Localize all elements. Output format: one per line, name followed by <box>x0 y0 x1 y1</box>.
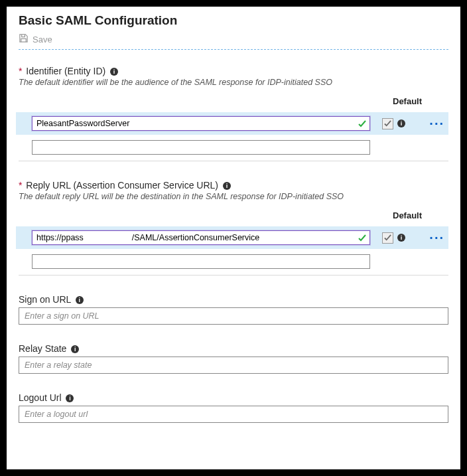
reply-url-label: * Reply URL (Assertion Consumer Service … <box>19 180 448 191</box>
identifier-input-empty[interactable] <box>32 140 370 155</box>
row-more-menu[interactable]: ··· <box>429 120 444 127</box>
separator <box>19 161 448 161</box>
valid-check-icon <box>358 119 366 127</box>
relay-state-input[interactable] <box>19 357 448 374</box>
identifier-section: * Identifier (Entity ID) i The default i… <box>19 66 448 161</box>
identifier-row: i ··· <box>16 112 448 135</box>
identifier-row <box>19 138 448 157</box>
logout-url-label: Logout Url i <box>19 392 448 403</box>
reply-url-input-empty[interactable] <box>32 254 370 269</box>
reply-url-description: The default reply URL will be the destin… <box>19 192 448 201</box>
default-checkbox[interactable] <box>382 232 393 244</box>
required-marker: * <box>19 66 22 76</box>
default-column-header: Default <box>19 96 448 110</box>
relay-state-section: Relay State i <box>19 343 448 374</box>
logout-url-section: Logout Url i <box>19 392 448 423</box>
info-icon[interactable]: i <box>110 68 118 76</box>
reply-url-section: * Reply URL (Assertion Consumer Service … <box>19 180 448 276</box>
logout-url-input[interactable] <box>19 406 448 423</box>
reply-url-input[interactable] <box>32 230 370 245</box>
info-icon[interactable]: i <box>397 119 405 127</box>
info-icon[interactable]: i <box>397 234 405 242</box>
default-column-header: Default <box>19 210 448 224</box>
reply-url-row <box>19 252 448 271</box>
info-icon[interactable]: i <box>76 296 84 304</box>
info-icon[interactable]: i <box>71 345 79 353</box>
valid-check-icon <box>358 233 366 241</box>
identifier-input[interactable] <box>32 116 370 131</box>
info-icon[interactable]: i <box>66 394 74 402</box>
save-icon <box>19 33 29 45</box>
sign-on-url-input[interactable] <box>19 307 448 325</box>
saml-config-panel: Basic SAML Configuration Save * Identifi… <box>7 7 460 469</box>
sign-on-url-label: Sign on URL i <box>19 294 448 305</box>
row-more-menu[interactable]: ··· <box>429 234 444 241</box>
required-marker: * <box>19 180 22 191</box>
separator-dashed <box>19 49 448 50</box>
default-checkbox[interactable] <box>382 118 393 129</box>
info-icon[interactable]: i <box>223 182 231 190</box>
page-title: Basic SAML Configuration <box>19 13 448 28</box>
identifier-description: The default identifier will be the audie… <box>19 78 448 87</box>
save-button[interactable]: Save <box>19 33 448 45</box>
identifier-label: * Identifier (Entity ID) i <box>19 66 448 76</box>
sign-on-url-section: Sign on URL i <box>19 294 448 325</box>
separator <box>19 275 448 276</box>
reply-url-row: i ··· <box>16 226 448 249</box>
relay-state-label: Relay State i <box>19 343 448 354</box>
save-label: Save <box>33 35 52 44</box>
